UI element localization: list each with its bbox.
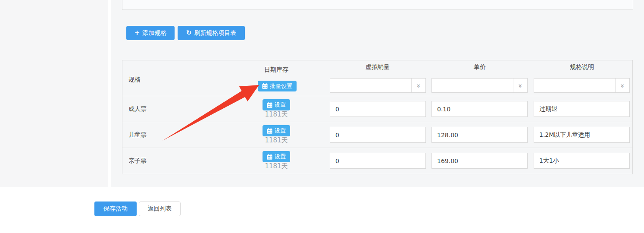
stock-days: 1181天 (250, 136, 302, 145)
double-chevron-down-icon: » (516, 84, 524, 87)
add-spec-button[interactable]: + 添加规格 (126, 26, 175, 40)
refresh-icon: ↻ (186, 30, 192, 36)
batch-unit-price-input[interactable] (432, 79, 513, 92)
col-header-spec-desc: 规格说明 (547, 63, 616, 71)
spec-name: 成人票 (128, 105, 147, 113)
apply-virtual-sales-button[interactable]: » (411, 79, 425, 92)
refresh-spec-button[interactable]: ↻ 刷新规格项目表 (178, 26, 245, 40)
spec-name: 亲子票 (128, 157, 147, 165)
batch-virtual-sales-input[interactable] (330, 79, 411, 92)
unit-price-input[interactable] (431, 127, 528, 143)
calendar-icon (262, 83, 268, 89)
spec-row-adult: 成人票 设置 1181天 (122, 96, 632, 122)
calendar-icon (267, 154, 272, 160)
refresh-spec-label: 刷新规格项目表 (194, 29, 236, 37)
left-sidebar (0, 0, 108, 187)
save-activity-label: 保存活动 (103, 205, 128, 213)
double-chevron-down-icon: » (619, 84, 626, 87)
spec-row-family: 亲子票 设置 1181天 (122, 148, 632, 174)
add-spec-label: 添加规格 (142, 29, 166, 37)
batch-spec-desc-input[interactable] (534, 79, 615, 92)
calendar-icon (267, 102, 272, 108)
batch-set-button[interactable]: 批量设置 (258, 81, 297, 91)
spec-desc-input[interactable] (534, 101, 630, 117)
apply-unit-price-button[interactable]: » (513, 79, 527, 92)
set-stock-button[interactable]: 设置 (263, 151, 290, 162)
spec-row-child: 儿童票 设置 1181天 (122, 122, 632, 148)
set-stock-label: 设置 (275, 101, 286, 109)
set-stock-button[interactable]: 设置 (263, 125, 290, 136)
batch-set-label: 批量设置 (270, 82, 292, 90)
upper-form-section (122, 0, 633, 10)
back-to-list-label: 返回列表 (148, 205, 172, 213)
set-stock-label: 设置 (275, 127, 286, 135)
unit-price-input[interactable] (431, 153, 528, 169)
batch-unit-price-group: » (431, 78, 528, 93)
spec-name: 儿童票 (128, 131, 147, 139)
page: + 添加规格 ↻ 刷新规格项目表 规格 日期库存 虚拟销量 单价 规格说明 批量… (0, 0, 644, 233)
batch-virtual-sales-group: » (330, 78, 426, 93)
col-header-unit-price: 单价 (445, 63, 514, 71)
spec-desc-input[interactable] (534, 153, 630, 169)
calendar-icon (267, 128, 272, 134)
content-panel: + 添加规格 ↻ 刷新规格项目表 规格 日期库存 虚拟销量 单价 规格说明 批量… (111, 0, 644, 187)
set-stock-label: 设置 (275, 153, 286, 161)
batch-spec-desc-group: » (534, 78, 630, 93)
virtual-sales-input[interactable] (330, 153, 426, 169)
col-header-date-stock: 日期库存 (242, 66, 311, 74)
unit-price-input[interactable] (431, 101, 528, 117)
spec-table-header: 规格 日期库存 虚拟销量 单价 规格说明 批量设置 » (122, 60, 632, 96)
set-stock-button[interactable]: 设置 (263, 99, 290, 110)
double-chevron-down-icon: » (415, 84, 422, 87)
col-header-virtual-sales: 虚拟销量 (343, 63, 412, 71)
spec-table: 规格 日期库存 虚拟销量 单价 规格说明 批量设置 » (122, 60, 633, 174)
col-header-spec: 规格 (128, 76, 141, 84)
save-activity-button[interactable]: 保存活动 (94, 202, 137, 216)
apply-spec-desc-button[interactable]: » (615, 79, 629, 92)
virtual-sales-input[interactable] (330, 101, 426, 117)
plus-icon: + (134, 30, 140, 36)
stock-days: 1181天 (250, 110, 302, 119)
back-to-list-button[interactable]: 返回列表 (139, 202, 181, 216)
stock-days: 1181天 (250, 162, 302, 170)
spec-desc-input[interactable] (534, 127, 630, 143)
virtual-sales-input[interactable] (330, 127, 426, 143)
